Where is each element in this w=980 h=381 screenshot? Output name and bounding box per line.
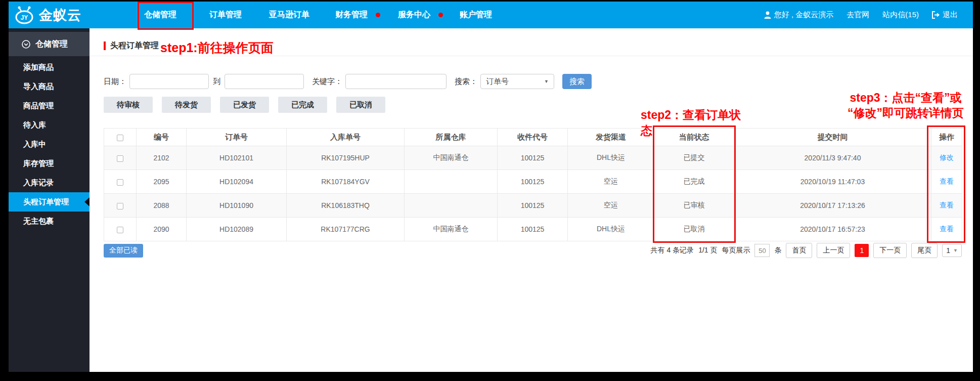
title-accent-bar [104,41,106,50]
tab-cancelled[interactable]: 已取消 [336,97,385,113]
page-jump-select[interactable]: 1 ▼ [942,244,962,257]
tab-pending-shipment[interactable]: 待发货 [162,97,211,113]
nav-item-amazon-orders[interactable]: 亚马逊订单 [269,2,309,28]
logo-text: 金蚁云 [39,6,81,24]
row-checkbox[interactable] [117,227,123,233]
nav-item-service-center[interactable]: 服务中心 [398,2,443,28]
go-official-site-link[interactable]: 去官网 [847,10,869,20]
user-icon [764,11,771,19]
sidebar-header-warehouse[interactable]: 仓储管理 [9,32,90,56]
sidebar-item-inventory-management[interactable]: 库存管理 [9,154,90,173]
status-cell: 已审核 [654,194,734,218]
action-link-view[interactable]: 查看 [940,201,954,209]
active-item-arrow [84,197,90,206]
logout-link[interactable]: 退出 [932,10,958,20]
sidebar-item-pending-inbound[interactable]: 待入库 [9,115,90,135]
sidebar-item-product-management[interactable]: 商品管理 [9,96,90,115]
tab-completed[interactable]: 已完成 [278,97,327,113]
nav-item-orders[interactable]: 订单管理 [209,2,242,28]
status-tabs: 待审核 待发货 已发货 已完成 已取消 [104,97,394,113]
col-header-submit-time: 提交时间 [734,129,931,146]
ant-logo-icon: JY [13,6,36,24]
pagination-total: 共有 4 条记录 [651,246,694,255]
table-row: 2088 HD101090 RK106183THQ 100125 空运 已审核 … [104,194,962,218]
table-row: 2090 HD102089 RK107177CRG 中国南通仓 100125 D… [104,218,962,241]
filter-bar: 日期： 到 关键字： 搜索： 订单号 ▼ 搜索 [104,73,592,90]
status-cell: 已取消 [654,218,734,241]
date-label: 日期： [104,77,126,87]
prev-page-button[interactable]: 上一页 [817,243,850,258]
per-page-label: 每页展示 [722,246,750,255]
svg-text:JY: JY [21,14,28,21]
search-type-select[interactable]: 订单号 ▼ [480,74,554,89]
sidebar-item-unclaimed-packages[interactable]: 无主包裹 [9,211,90,231]
sidebar-item-import-product[interactable]: 导入商品 [9,77,90,96]
per-page-unit: 条 [774,246,781,255]
sidebar-item-first-leg-orders[interactable]: 头程订单管理 [9,192,90,211]
mark-all-read-button[interactable]: 全部已读 [104,244,143,258]
last-page-button[interactable]: 尾页 [911,243,938,258]
nav-item-finance[interactable]: 财务管理 [335,2,380,28]
logout-icon [932,11,940,19]
col-header-order-no: 订单号 [187,129,287,146]
circle-chevron-down-icon [22,40,30,49]
select-all-checkbox[interactable] [117,135,123,141]
col-header-status: 当前状态 [654,129,734,146]
notification-dot [438,13,443,17]
keyword-input[interactable] [345,74,447,89]
chevron-down-icon: ▼ [544,79,549,84]
sidebar-item-inbound-records[interactable]: 入库记录 [9,173,90,192]
sidebar-item-inbound-in-progress[interactable]: 入库中 [9,135,90,154]
navbar-user-area: 您好 , 金蚁云演示 去官网 站内信(15) 退出 [764,2,958,28]
user-greeting[interactable]: 您好 , 金蚁云演示 [764,10,834,20]
date-start-input[interactable] [129,74,209,89]
content-area: 头程订单管理 step1:前往操作页面 step2：查看订单状态 step3：点… [90,28,973,372]
sidebar-menu: 添加商品 导入商品 商品管理 待入库 入库中 库存管理 入库记录 头程订单管理 … [9,58,90,231]
col-header-warehouse: 所属仓库 [405,129,498,146]
sidebar-item-add-product[interactable]: 添加商品 [9,58,90,77]
row-checkbox[interactable] [117,179,123,186]
sidebar: 仓储管理 添加商品 导入商品 商品管理 待入库 入库中 库存管理 入库记录 头程… [9,28,90,372]
next-page-button[interactable]: 下一页 [873,243,907,258]
col-header-channel: 发货渠道 [568,129,654,146]
app-window: JY 金蚁云 仓储管理 订单管理 亚马逊订单 财务管理 服务中心 账户管理 您好… [9,2,973,372]
tab-shipped[interactable]: 已发货 [220,97,269,113]
first-page-button[interactable]: 首页 [786,243,812,258]
col-header-receiver-code: 收件代号 [498,129,568,146]
current-page-badge[interactable]: 1 [855,244,869,257]
col-header-inbound-no: 入库单号 [287,129,405,146]
action-link-view[interactable]: 查看 [940,177,954,185]
annotation-step3: step3：点击“查看”或 “修改”即可跳转详情页 [837,90,973,120]
nav-item-warehouse[interactable]: 仓储管理 [144,2,176,28]
site-messages-link[interactable]: 站内信(15) [882,10,919,20]
notification-dot [376,13,380,17]
pagination-page-info: 1/1 页 [698,246,717,255]
table-header-row: 编号 订单号 入库单号 所属仓库 收件代号 发货渠道 当前状态 提交时间 操作 [104,129,962,146]
logo[interactable]: JY 金蚁云 [13,2,81,28]
pagination: 共有 4 条记录 1/1 页 每页展示 条 首页 上一页 1 下一页 尾页 1 … [651,243,962,258]
tab-pending-review[interactable]: 待审核 [104,97,153,113]
col-header-id: 编号 [137,129,187,146]
date-end-input[interactable] [225,74,304,89]
search-type-label: 搜索： [455,77,477,87]
action-link-edit[interactable]: 修改 [940,153,954,161]
col-header-action: 操作 [931,129,962,146]
header-divider [90,56,973,56]
keyword-label: 关键字： [312,77,342,87]
table-row: 2095 HD102094 RK107184YGV 100125 空运 已完成 … [104,170,962,194]
table-row: 2102 HD102101 RK107195HUP 中国南通仓 100125 D… [104,146,962,170]
row-checkbox[interactable] [117,203,123,209]
annotation-step1: step1:前往操作页面 [160,39,274,56]
nav-item-account[interactable]: 账户管理 [460,2,492,28]
search-button[interactable]: 搜索 [562,74,592,89]
status-cell: 已完成 [654,170,734,194]
orders-table: 编号 订单号 入库单号 所属仓库 收件代号 发货渠道 当前状态 提交时间 操作 [104,128,962,241]
date-to-label: 到 [213,77,220,87]
page-title: 头程订单管理 [110,40,159,51]
per-page-input[interactable] [754,244,770,257]
status-cell: 已提交 [654,146,734,170]
row-checkbox[interactable] [117,155,123,162]
action-link-view[interactable]: 查看 [940,225,954,233]
table-footer: 全部已读 共有 4 条记录 1/1 页 每页展示 条 首页 上一页 1 下一页 … [104,242,962,259]
top-navbar: JY 金蚁云 仓储管理 订单管理 亚马逊订单 财务管理 服务中心 账户管理 您好… [9,2,973,28]
